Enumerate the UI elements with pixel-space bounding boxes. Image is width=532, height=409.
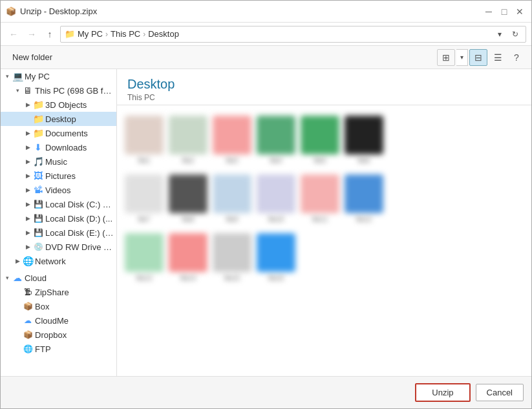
address-dropdown-button[interactable]: ▾ (493, 28, 506, 41)
sidebar-item-local-disk-d[interactable]: ▶ 💾 Local Disk (D:) (... (1, 211, 116, 225)
forward-button[interactable]: → (24, 26, 39, 42)
cancel-button[interactable]: Cancel (476, 384, 524, 401)
thumb-label-2: file2 (182, 157, 194, 164)
window-icon: 📦 (6, 6, 16, 17)
sidebar-item-pictures[interactable]: ▶ 🖼 Pictures (1, 169, 116, 183)
thumb-item-5[interactable]: file5 (301, 116, 339, 164)
box-icon: 📦 (23, 301, 33, 311)
help-button[interactable]: ? (508, 49, 525, 66)
sidebar-item-local-disk-e[interactable]: ▶ 💾 Local Disk (E:) (2... (1, 225, 116, 240)
minimize-button[interactable]: ─ (482, 5, 495, 18)
sidebar-label-box: Box (35, 302, 49, 311)
sidebar-label-local-disk-d: Local Disk (D:) (... (45, 214, 112, 224)
thumbnail-row-1: file1 file2 file3 file4 (117, 110, 531, 169)
new-folder-button[interactable]: New folder (7, 50, 58, 64)
view-details-button[interactable]: ☰ (489, 49, 507, 66)
address-bar[interactable]: 📁 My PC › This PC › Desktop ▾ ↻ (60, 26, 526, 43)
thumb-item-3[interactable]: file3 (213, 116, 251, 164)
sep2: › (143, 30, 145, 39)
thumb-item-13[interactable]: file13 (125, 233, 164, 282)
sidebar-item-ftp[interactable]: 🌐 FTP (1, 342, 116, 356)
music-icon: 🎵 (33, 156, 43, 167)
nav-toolbar: ← → ↑ 📁 My PC › This PC › Desktop ▾ ↻ (1, 23, 531, 46)
thumb-icon-1 (125, 116, 164, 154)
sidebar-item-this-pc[interactable]: ▾ 🖥 This PC (698 GB free) (1, 83, 116, 98)
downloads-icon: ⬇ (33, 142, 43, 152)
sidebar-item-3d-objects[interactable]: ▶ 📁 3D Objects (1, 98, 116, 112)
sidebar-item-network[interactable]: ▶ 🌐 Network (1, 254, 116, 268)
address-refresh-button[interactable]: ↻ (509, 28, 522, 41)
thumb-item-1[interactable]: file1 (125, 116, 164, 164)
expand-videos: ▶ (23, 185, 33, 195)
thumb-icon-5 (301, 116, 339, 154)
thumb-label-4: file4 (270, 157, 282, 164)
expand-network: ▶ (12, 256, 23, 266)
maximize-button[interactable]: □ (498, 5, 511, 18)
thumb-item-14[interactable]: file14 (169, 233, 207, 282)
thumb-item-12[interactable]: file12 (345, 174, 383, 223)
breadcrumb-desktop: Desktop (148, 29, 179, 39)
sidebar-item-box[interactable]: 📦 Box (1, 299, 116, 313)
sidebar-label-cloudme: CloudMe (35, 316, 69, 326)
expand-3d-objects: ▶ (23, 100, 33, 110)
sidebar-label-local-disk-c: Local Disk (C:) (2... (45, 200, 114, 209)
breadcrumb-folder-icon: 📁 (65, 29, 75, 39)
sidebar: ▾ 💻 My PC ▾ 🖥 This PC (698 GB free) ▶ 📁 … (1, 69, 117, 376)
thumb-item-11[interactable]: file11 (301, 174, 339, 223)
sidebar-item-downloads[interactable]: ▶ ⬇ Downloads (1, 140, 116, 154)
view-large-icons-button[interactable]: ⊟ (469, 49, 487, 66)
title-bar: 📦 Unzip - Desktop.zipx ─ □ ✕ (1, 1, 531, 23)
up-button[interactable]: ↑ (42, 26, 58, 42)
sidebar-label-dropbox: Dropbox (35, 330, 67, 340)
content-header: Desktop This PC (117, 69, 531, 105)
sidebar-item-music[interactable]: ▶ 🎵 Music (1, 154, 116, 169)
sidebar-item-local-disk-c[interactable]: ▶ 💾 Local Disk (C:) (2... (1, 197, 116, 211)
sidebar-label-pictures: Pictures (45, 171, 76, 181)
thumb-icon-9 (213, 174, 251, 213)
sidebar-label-ftp: FTP (35, 344, 51, 354)
thumb-item-15[interactable]: file15 (213, 233, 251, 282)
thumb-icon-10 (257, 174, 295, 213)
sidebar-item-zipshare[interactable]: 🗜 ZipShare (1, 285, 116, 299)
sidebar-item-dvd-rw[interactable]: ▶ 💿 DVD RW Drive (F... (1, 240, 116, 254)
sidebar-item-videos[interactable]: ▶ 📽 Videos (1, 183, 116, 197)
sidebar-item-my-pc[interactable]: ▾ 💻 My PC (1, 69, 116, 83)
back-button[interactable]: ← (6, 26, 21, 42)
sidebar-label-this-pc: This PC (698 GB free) (35, 86, 114, 96)
thumb-item-10[interactable]: file10 (257, 174, 295, 223)
sidebar-item-desktop[interactable]: 📁 Desktop (1, 112, 116, 126)
sidebar-item-cloudme[interactable]: ☁ CloudMe (1, 313, 116, 328)
up-icon: ↑ (48, 29, 52, 39)
thumb-item-7[interactable]: file7 (125, 174, 164, 223)
thumb-item-8[interactable]: file8 (169, 174, 207, 223)
thumb-item-6[interactable]: file6 (345, 116, 383, 164)
thumb-icon-15 (213, 233, 251, 272)
thumb-icon-13 (125, 233, 164, 272)
thumb-icon-6 (345, 116, 383, 154)
details-icon: ☰ (494, 52, 502, 63)
thumb-label-6: file6 (358, 157, 370, 164)
expand-local-disk-e: ▶ (23, 227, 33, 238)
unzip-button[interactable]: Unzip (415, 383, 470, 402)
sidebar-label-my-pc: My PC (25, 72, 50, 81)
sidebar-label-downloads: Downloads (45, 143, 87, 152)
sidebar-item-cloud[interactable]: ▾ ☁ Cloud (1, 271, 116, 285)
view-dropdown-button[interactable]: ▾ (456, 49, 468, 66)
thumb-item-2[interactable]: file2 (169, 116, 207, 164)
sidebar-item-documents[interactable]: ▶ 📁 Documents (1, 126, 116, 140)
view-grid-button[interactable]: ⊞ (437, 49, 455, 66)
bottom-bar: Unzip Cancel (1, 376, 531, 408)
expand-this-pc: ▾ (12, 85, 23, 96)
documents-icon: 📁 (33, 128, 43, 138)
local-disk-d-icon: 💾 (33, 213, 43, 224)
close-button[interactable]: ✕ (513, 5, 526, 18)
thumb-item-4[interactable]: file4 (257, 116, 295, 164)
thumb-icon-7 (125, 174, 164, 213)
title-left: 📦 Unzip - Desktop.zipx (6, 6, 97, 17)
videos-icon: 📽 (33, 185, 43, 195)
cloudme-icon: ☁ (23, 315, 33, 326)
thumb-label-10: file10 (268, 216, 284, 223)
thumb-item-9[interactable]: file9 (213, 174, 251, 223)
sidebar-item-dropbox[interactable]: 📦 Dropbox (1, 328, 116, 342)
thumb-item-16[interactable]: file16 (257, 233, 295, 282)
